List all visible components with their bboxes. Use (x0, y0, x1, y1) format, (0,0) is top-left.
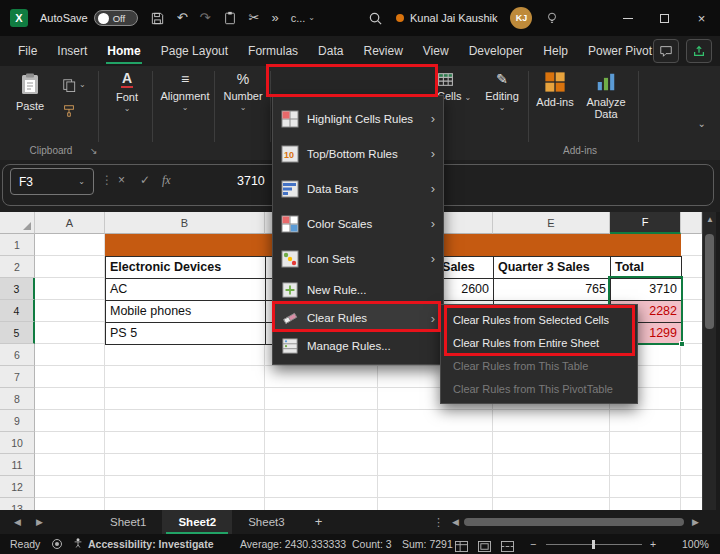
row-header-11[interactable]: 11 (0, 454, 35, 476)
share-button[interactable] (686, 39, 712, 63)
cell-F3[interactable]: 3710 (610, 278, 682, 301)
row-header-13[interactable]: 13 (0, 498, 35, 510)
enter-button[interactable]: ✓ (140, 173, 150, 187)
column-header-A[interactable]: A (35, 212, 105, 234)
hscroll-right-icon[interactable]: ▶ (692, 510, 699, 534)
row-header-7[interactable]: 7 (0, 366, 35, 388)
autosave-toggle[interactable]: AutoSave Off (40, 10, 138, 26)
menu-item-color-scales[interactable]: Color Scales › (273, 206, 443, 241)
horizontal-scrollbar-thumb[interactable] (464, 518, 684, 526)
cut-button[interactable]: ✂ (249, 0, 260, 36)
quick-access-dropdown[interactable]: c... ⌄ (291, 12, 315, 24)
zoom-in-button[interactable]: + (650, 534, 656, 554)
row-header-1[interactable]: 1 (0, 234, 35, 256)
tell-me-button[interactable] (545, 11, 559, 25)
undo-button[interactable]: ↶ (177, 0, 188, 36)
menu-item-clear-rules[interactable]: Clear Rules › (273, 304, 443, 332)
editing-group-button[interactable]: ✎ Editing ⌄ (480, 71, 524, 111)
avatar[interactable]: KJ (510, 7, 532, 29)
row-header-4[interactable]: 4 (0, 300, 35, 322)
scroll-up-icon[interactable]: ▲ (703, 215, 717, 224)
view-page-break-icon[interactable] (501, 538, 514, 554)
cancel-button[interactable]: × (118, 173, 125, 187)
new-sheet-button[interactable]: + (301, 510, 337, 534)
sheet-tab-sheet3[interactable]: Sheet3 (232, 510, 300, 534)
formula-input[interactable]: 3710 (237, 174, 265, 188)
clipboard-button[interactable] (223, 11, 237, 25)
column-header-F[interactable]: F (610, 212, 681, 234)
row-header-2[interactable]: 2 (0, 256, 35, 278)
maximize-button[interactable] (646, 0, 683, 36)
tab-review[interactable]: Review (353, 36, 412, 66)
cell-B3[interactable]: AC (105, 278, 266, 301)
zoom-slider-knob[interactable] (592, 540, 595, 549)
paste-button[interactable]: Paste ⌄ (16, 71, 44, 121)
row-header-5[interactable]: 5 (0, 322, 35, 344)
sheet-tab-sheet2[interactable]: Sheet2 (162, 510, 232, 534)
menu-item-new-rule[interactable]: New Rule... (273, 276, 443, 304)
select-all-corner[interactable] (0, 212, 35, 234)
tab-power-pivot[interactable]: Power Pivot (578, 36, 662, 66)
insert-function-button[interactable]: fx (162, 173, 171, 188)
tab-options-icon[interactable]: ⋮ (433, 510, 444, 534)
zoom-level[interactable]: 100% (682, 534, 709, 554)
dialog-launcher-icon[interactable]: ↘ (90, 146, 98, 156)
cell-E3[interactable]: 765 (493, 278, 611, 301)
autosave-pill[interactable]: Off (94, 10, 138, 26)
addins-button[interactable]: Add-ins (534, 71, 576, 108)
alignment-group-button[interactable]: ≡ Alignment ⌄ (156, 71, 214, 111)
view-normal-icon[interactable] (455, 538, 468, 554)
row-header-12[interactable]: 12 (0, 476, 35, 498)
zoom-out-button[interactable]: − (530, 534, 536, 554)
cell-B5[interactable]: PS 5 (105, 322, 266, 345)
tab-view[interactable]: View (413, 36, 459, 66)
vertical-scrollbar-thumb[interactable] (705, 234, 714, 329)
tab-help[interactable]: Help (533, 36, 578, 66)
cell-F2[interactable]: Total (610, 256, 682, 279)
tab-developer[interactable]: Developer (459, 36, 534, 66)
tab-insert[interactable]: Insert (47, 36, 97, 66)
tab-page-layout[interactable]: Page Layout (151, 36, 238, 66)
column-header-E[interactable]: E (493, 212, 610, 234)
tab-formulas[interactable]: Formulas (238, 36, 308, 66)
menu-item-manage-rules[interactable]: Manage Rules... (273, 332, 443, 360)
cell-E2[interactable]: Quarter 3 Sales (493, 256, 611, 279)
quick-access-overflow-button[interactable]: » (271, 0, 278, 36)
analyze-data-button[interactable]: Analyze Data (580, 71, 632, 120)
menu-item-top-bottom-rules[interactable]: 10 Top/Bottom Rules › (273, 136, 443, 171)
view-page-layout-icon[interactable] (478, 538, 491, 554)
formula-bar-handle-icon[interactable]: ⋮ (101, 173, 113, 187)
save-button[interactable] (150, 11, 165, 26)
search-button[interactable] (368, 11, 383, 26)
sheet-nav-prev-icon[interactable]: ◀ (14, 510, 21, 534)
number-group-button[interactable]: % Number ⌄ (218, 71, 268, 111)
row-header-3[interactable]: 3 (0, 278, 35, 300)
hscroll-left-icon[interactable]: ◀ (452, 510, 459, 534)
column-header-partial[interactable] (681, 212, 702, 234)
submenu-item-clear-entire-sheet[interactable]: Clear Rules from Entire Sheet (441, 332, 637, 355)
vertical-scrollbar[interactable]: ▲ (702, 212, 716, 510)
row-header-9[interactable]: 9 (0, 410, 35, 432)
tab-data[interactable]: Data (308, 36, 353, 66)
submenu-item-clear-selected-cells[interactable]: Clear Rules from Selected Cells (441, 309, 637, 332)
column-header-B[interactable]: B (105, 212, 265, 234)
font-group-button[interactable]: A Font ⌄ (104, 71, 150, 112)
menu-item-data-bars[interactable]: Data Bars › (273, 171, 443, 206)
accessibility-status[interactable]: Accessibility: Investigate (88, 534, 213, 554)
tab-file[interactable]: File (8, 36, 47, 66)
account-button[interactable]: Kunal Jai Kaushik (396, 12, 497, 24)
menu-item-highlight-cells-rules[interactable]: Highlight Cells Rules › (273, 101, 443, 136)
cell-B2[interactable]: Electronic Devices (105, 256, 266, 279)
cell-B4[interactable]: Mobile phones (105, 300, 266, 323)
redo-button[interactable]: ↷ (200, 0, 211, 36)
format-painter-button[interactable] (62, 104, 76, 118)
sheet-tab-sheet1[interactable]: Sheet1 (94, 510, 162, 534)
zoom-slider[interactable] (546, 544, 642, 545)
copy-button[interactable]: ⌄ (62, 78, 86, 92)
collapse-ribbon-chevron[interactable]: ⌄ (698, 118, 706, 129)
minimize-button[interactable] (609, 0, 646, 36)
macro-record-icon[interactable] (52, 539, 62, 549)
name-box[interactable]: F3 ⌄ (10, 168, 94, 195)
comments-button[interactable] (653, 39, 679, 63)
row-header-8[interactable]: 8 (0, 388, 35, 410)
